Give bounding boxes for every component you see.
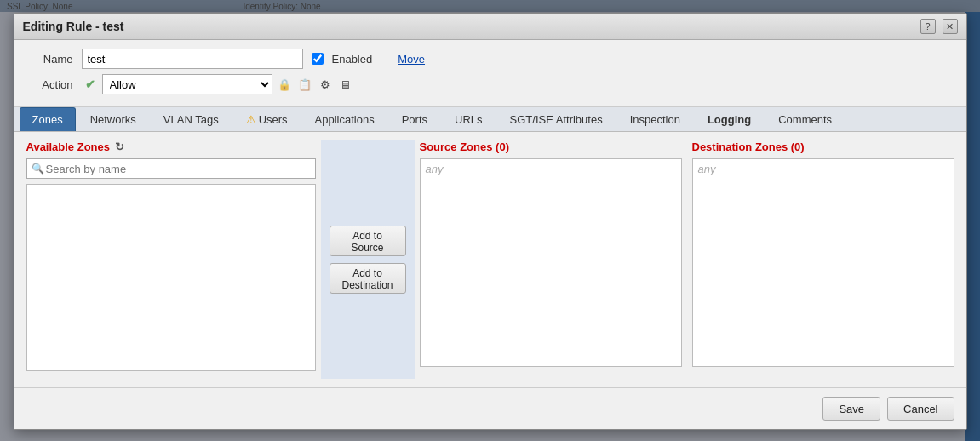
save-button[interactable]: Save bbox=[822, 397, 880, 421]
action-select[interactable]: Allow Block bbox=[102, 74, 272, 94]
name-row: Name Enabled Move bbox=[26, 49, 954, 69]
destination-zones-header: Destination Zones (0) bbox=[692, 140, 954, 153]
destination-any-text: any bbox=[693, 159, 954, 179]
search-box-wrapper: 🔍 bbox=[26, 158, 316, 179]
action-icon-1[interactable]: 🔒 bbox=[276, 76, 293, 93]
enabled-checkbox[interactable] bbox=[312, 53, 324, 65]
add-to-destination-button[interactable]: Add to Destination bbox=[330, 263, 406, 294]
action-row: Action ✔ Allow Block 🔒 📋 ⚙ 🖥 bbox=[26, 74, 954, 94]
refresh-icon[interactable]: ↻ bbox=[115, 140, 124, 153]
form-area: Name Enabled Move Action ✔ Allow Block 🔒… bbox=[14, 40, 966, 107]
help-button[interactable]: ? bbox=[920, 19, 936, 34]
name-label: Name bbox=[26, 53, 73, 66]
search-icon: 🔍 bbox=[32, 163, 44, 175]
enabled-label: Enabled bbox=[332, 53, 373, 66]
destination-zones-label: Destination Zones (0) bbox=[692, 140, 805, 153]
title-bar-buttons: ? ✕ bbox=[920, 19, 958, 34]
tab-networks[interactable]: Networks bbox=[77, 107, 149, 131]
source-zones-label: Source Zones (0) bbox=[420, 140, 509, 153]
action-icon-4[interactable]: 🖥 bbox=[337, 76, 354, 93]
dialog-title: Editing Rule - test bbox=[23, 20, 124, 33]
tab-inspection[interactable]: Inspection bbox=[617, 107, 693, 131]
tab-urls[interactable]: URLs bbox=[442, 107, 496, 131]
source-zones-list[interactable]: any bbox=[420, 158, 682, 367]
footer: Save Cancel bbox=[14, 387, 966, 429]
available-zones-panel: Available Zones ↻ 🔍 bbox=[26, 140, 316, 379]
search-input[interactable] bbox=[26, 158, 316, 179]
source-zones-header: Source Zones (0) bbox=[420, 140, 682, 153]
content-area: Available Zones ↻ 🔍 Add to Source Add to… bbox=[14, 132, 966, 387]
middle-panel: Add to Source Add to Destination bbox=[321, 140, 415, 379]
source-zones-panel: Source Zones (0) any bbox=[420, 140, 682, 379]
tab-applications[interactable]: Applications bbox=[302, 107, 387, 131]
available-zones-list[interactable] bbox=[26, 184, 316, 371]
action-label: Action bbox=[26, 78, 73, 91]
tabs-bar: Zones Networks VLAN Tags ⚠Users Applicat… bbox=[14, 107, 966, 132]
title-bar: Editing Rule - test ? ✕ bbox=[14, 14, 966, 40]
move-link[interactable]: Move bbox=[398, 53, 425, 66]
tab-zones[interactable]: Zones bbox=[20, 107, 76, 131]
available-zones-header: Available Zones ↻ bbox=[26, 140, 316, 153]
close-button[interactable]: ✕ bbox=[943, 19, 958, 34]
action-check-icon: ✔ bbox=[82, 76, 99, 93]
available-zones-label: Available Zones bbox=[26, 140, 111, 153]
cancel-button[interactable]: Cancel bbox=[887, 397, 954, 421]
add-to-source-button[interactable]: Add to Source bbox=[330, 226, 406, 256]
tab-vlan-tags[interactable]: VLAN Tags bbox=[151, 107, 232, 131]
name-input[interactable] bbox=[82, 49, 303, 69]
warning-icon: ⚠ bbox=[246, 113, 256, 126]
zones-panels: Source Zones (0) any Destination Zones (… bbox=[420, 140, 954, 379]
editing-rule-dialog: Editing Rule - test ? ✕ Name Enabled Mov… bbox=[14, 13, 967, 430]
destination-zones-panel: Destination Zones (0) any bbox=[692, 140, 954, 379]
tab-sgt-ise[interactable]: SGT/ISE Attributes bbox=[497, 107, 616, 131]
destination-zones-list[interactable]: any bbox=[692, 158, 954, 367]
tab-users[interactable]: ⚠Users bbox=[233, 107, 301, 131]
action-icon-2[interactable]: 📋 bbox=[296, 76, 313, 93]
tab-ports[interactable]: Ports bbox=[389, 107, 440, 131]
action-select-wrapper: ✔ Allow Block 🔒 📋 ⚙ 🖥 bbox=[82, 74, 354, 94]
tab-logging[interactable]: Logging bbox=[695, 107, 764, 131]
tab-comments[interactable]: Comments bbox=[765, 107, 845, 131]
source-any-text: any bbox=[421, 159, 681, 179]
action-icon-3[interactable]: ⚙ bbox=[317, 76, 334, 93]
